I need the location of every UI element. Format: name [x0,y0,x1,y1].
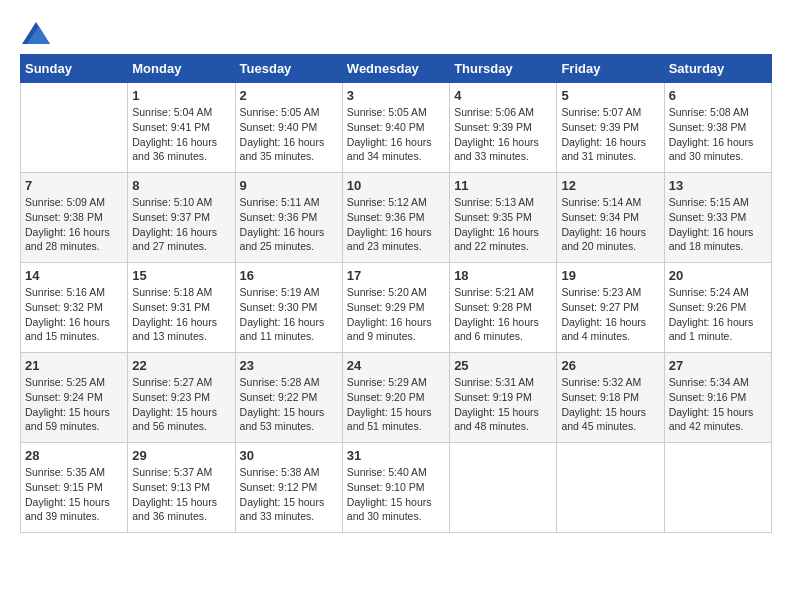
day-number: 25 [454,358,552,373]
calendar-cell: 27Sunrise: 5:34 AM Sunset: 9:16 PM Dayli… [664,353,771,443]
day-number: 19 [561,268,659,283]
calendar-week-row: 1Sunrise: 5:04 AM Sunset: 9:41 PM Daylig… [21,83,772,173]
day-number: 30 [240,448,338,463]
day-number: 2 [240,88,338,103]
day-number: 11 [454,178,552,193]
calendar-cell: 13Sunrise: 5:15 AM Sunset: 9:33 PM Dayli… [664,173,771,263]
cell-content: Sunrise: 5:18 AM Sunset: 9:31 PM Dayligh… [132,285,230,344]
day-number: 6 [669,88,767,103]
day-number: 18 [454,268,552,283]
cell-content: Sunrise: 5:31 AM Sunset: 9:19 PM Dayligh… [454,375,552,434]
day-header: Sunday [21,55,128,83]
calendar-cell: 2Sunrise: 5:05 AM Sunset: 9:40 PM Daylig… [235,83,342,173]
day-number: 9 [240,178,338,193]
cell-content: Sunrise: 5:29 AM Sunset: 9:20 PM Dayligh… [347,375,445,434]
calendar-cell: 22Sunrise: 5:27 AM Sunset: 9:23 PM Dayli… [128,353,235,443]
calendar-cell: 15Sunrise: 5:18 AM Sunset: 9:31 PM Dayli… [128,263,235,353]
calendar-cell: 4Sunrise: 5:06 AM Sunset: 9:39 PM Daylig… [450,83,557,173]
cell-content: Sunrise: 5:27 AM Sunset: 9:23 PM Dayligh… [132,375,230,434]
cell-content: Sunrise: 5:20 AM Sunset: 9:29 PM Dayligh… [347,285,445,344]
day-number: 24 [347,358,445,373]
day-number: 15 [132,268,230,283]
day-number: 31 [347,448,445,463]
calendar-cell: 11Sunrise: 5:13 AM Sunset: 9:35 PM Dayli… [450,173,557,263]
logo-icon [22,22,50,44]
day-number: 12 [561,178,659,193]
calendar-cell: 17Sunrise: 5:20 AM Sunset: 9:29 PM Dayli… [342,263,449,353]
calendar-cell: 24Sunrise: 5:29 AM Sunset: 9:20 PM Dayli… [342,353,449,443]
cell-content: Sunrise: 5:23 AM Sunset: 9:27 PM Dayligh… [561,285,659,344]
cell-content: Sunrise: 5:34 AM Sunset: 9:16 PM Dayligh… [669,375,767,434]
calendar-week-row: 28Sunrise: 5:35 AM Sunset: 9:15 PM Dayli… [21,443,772,533]
calendar-cell: 10Sunrise: 5:12 AM Sunset: 9:36 PM Dayli… [342,173,449,263]
calendar-cell: 25Sunrise: 5:31 AM Sunset: 9:19 PM Dayli… [450,353,557,443]
cell-content: Sunrise: 5:09 AM Sunset: 9:38 PM Dayligh… [25,195,123,254]
calendar-week-row: 21Sunrise: 5:25 AM Sunset: 9:24 PM Dayli… [21,353,772,443]
day-number: 28 [25,448,123,463]
cell-content: Sunrise: 5:32 AM Sunset: 9:18 PM Dayligh… [561,375,659,434]
calendar-table: SundayMondayTuesdayWednesdayThursdayFrid… [20,54,772,533]
day-number: 23 [240,358,338,373]
cell-content: Sunrise: 5:19 AM Sunset: 9:30 PM Dayligh… [240,285,338,344]
calendar-cell [557,443,664,533]
calendar-cell: 12Sunrise: 5:14 AM Sunset: 9:34 PM Dayli… [557,173,664,263]
day-number: 14 [25,268,123,283]
cell-content: Sunrise: 5:37 AM Sunset: 9:13 PM Dayligh… [132,465,230,524]
calendar-cell: 7Sunrise: 5:09 AM Sunset: 9:38 PM Daylig… [21,173,128,263]
calendar-cell [450,443,557,533]
day-number: 13 [669,178,767,193]
cell-content: Sunrise: 5:21 AM Sunset: 9:28 PM Dayligh… [454,285,552,344]
calendar-cell: 20Sunrise: 5:24 AM Sunset: 9:26 PM Dayli… [664,263,771,353]
cell-content: Sunrise: 5:05 AM Sunset: 9:40 PM Dayligh… [347,105,445,164]
cell-content: Sunrise: 5:25 AM Sunset: 9:24 PM Dayligh… [25,375,123,434]
cell-content: Sunrise: 5:28 AM Sunset: 9:22 PM Dayligh… [240,375,338,434]
cell-content: Sunrise: 5:14 AM Sunset: 9:34 PM Dayligh… [561,195,659,254]
calendar-cell: 26Sunrise: 5:32 AM Sunset: 9:18 PM Dayli… [557,353,664,443]
day-number: 17 [347,268,445,283]
calendar-cell: 23Sunrise: 5:28 AM Sunset: 9:22 PM Dayli… [235,353,342,443]
day-number: 7 [25,178,123,193]
cell-content: Sunrise: 5:10 AM Sunset: 9:37 PM Dayligh… [132,195,230,254]
cell-content: Sunrise: 5:11 AM Sunset: 9:36 PM Dayligh… [240,195,338,254]
day-header: Thursday [450,55,557,83]
calendar-week-row: 14Sunrise: 5:16 AM Sunset: 9:32 PM Dayli… [21,263,772,353]
page-header [20,20,772,44]
calendar-cell [21,83,128,173]
day-header: Wednesday [342,55,449,83]
calendar-cell: 30Sunrise: 5:38 AM Sunset: 9:12 PM Dayli… [235,443,342,533]
cell-content: Sunrise: 5:08 AM Sunset: 9:38 PM Dayligh… [669,105,767,164]
day-number: 27 [669,358,767,373]
day-number: 20 [669,268,767,283]
calendar-cell: 21Sunrise: 5:25 AM Sunset: 9:24 PM Dayli… [21,353,128,443]
cell-content: Sunrise: 5:13 AM Sunset: 9:35 PM Dayligh… [454,195,552,254]
logo [20,20,50,44]
cell-content: Sunrise: 5:07 AM Sunset: 9:39 PM Dayligh… [561,105,659,164]
calendar-cell: 18Sunrise: 5:21 AM Sunset: 9:28 PM Dayli… [450,263,557,353]
cell-content: Sunrise: 5:05 AM Sunset: 9:40 PM Dayligh… [240,105,338,164]
day-number: 16 [240,268,338,283]
day-number: 21 [25,358,123,373]
calendar-cell: 29Sunrise: 5:37 AM Sunset: 9:13 PM Dayli… [128,443,235,533]
calendar-cell: 5Sunrise: 5:07 AM Sunset: 9:39 PM Daylig… [557,83,664,173]
calendar-cell: 31Sunrise: 5:40 AM Sunset: 9:10 PM Dayli… [342,443,449,533]
cell-content: Sunrise: 5:38 AM Sunset: 9:12 PM Dayligh… [240,465,338,524]
day-header: Monday [128,55,235,83]
cell-content: Sunrise: 5:12 AM Sunset: 9:36 PM Dayligh… [347,195,445,254]
day-header: Friday [557,55,664,83]
calendar-cell: 8Sunrise: 5:10 AM Sunset: 9:37 PM Daylig… [128,173,235,263]
calendar-cell: 14Sunrise: 5:16 AM Sunset: 9:32 PM Dayli… [21,263,128,353]
calendar-header-row: SundayMondayTuesdayWednesdayThursdayFrid… [21,55,772,83]
day-number: 1 [132,88,230,103]
calendar-cell: 9Sunrise: 5:11 AM Sunset: 9:36 PM Daylig… [235,173,342,263]
calendar-cell: 19Sunrise: 5:23 AM Sunset: 9:27 PM Dayli… [557,263,664,353]
calendar-week-row: 7Sunrise: 5:09 AM Sunset: 9:38 PM Daylig… [21,173,772,263]
cell-content: Sunrise: 5:15 AM Sunset: 9:33 PM Dayligh… [669,195,767,254]
day-header: Tuesday [235,55,342,83]
cell-content: Sunrise: 5:04 AM Sunset: 9:41 PM Dayligh… [132,105,230,164]
calendar-cell: 1Sunrise: 5:04 AM Sunset: 9:41 PM Daylig… [128,83,235,173]
day-header: Saturday [664,55,771,83]
day-number: 26 [561,358,659,373]
cell-content: Sunrise: 5:24 AM Sunset: 9:26 PM Dayligh… [669,285,767,344]
cell-content: Sunrise: 5:16 AM Sunset: 9:32 PM Dayligh… [25,285,123,344]
cell-content: Sunrise: 5:40 AM Sunset: 9:10 PM Dayligh… [347,465,445,524]
